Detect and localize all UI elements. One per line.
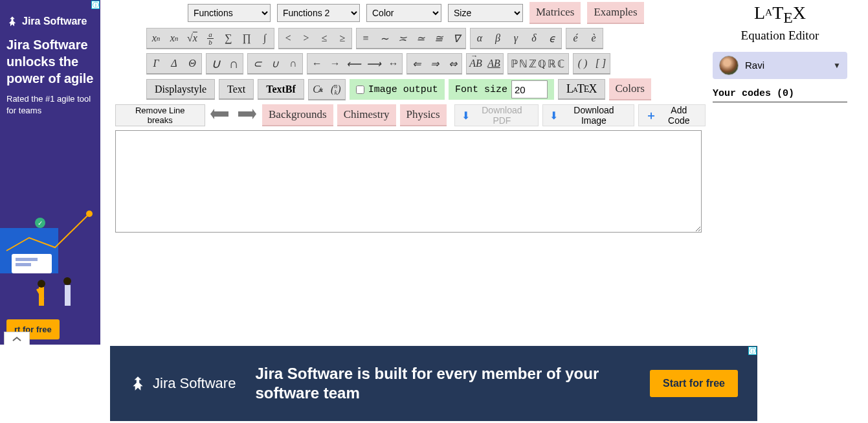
svg-point-11	[63, 277, 71, 285]
sym-cong[interactable]: ≅	[429, 29, 447, 48]
avatar	[719, 56, 739, 75]
sym-sim[interactable]: ∼	[375, 29, 393, 48]
font-size-chip: Font size	[449, 79, 554, 100]
sym-x-sub-n[interactable]: xn	[165, 29, 183, 48]
symbol-row-1: xn xn √x ab ∑ ∏ ∫ < > ≤ ≥ ≡ ∼ ≍ ≃ ≅ ∇ α …	[115, 28, 706, 49]
download-pdf-button[interactable]: ⬇Download PDF	[454, 104, 539, 126]
sym-lrarrow[interactable]: ↔	[384, 54, 402, 73]
sym-gamma[interactable]: γ	[507, 29, 525, 48]
sym-cap[interactable]: ∩	[284, 54, 302, 73]
sym-beta[interactable]: β	[489, 29, 507, 48]
sym-lt[interactable]: <	[279, 29, 297, 48]
bottom-ad[interactable]: ⓘ Jira Software Jira Software is built f…	[110, 346, 757, 421]
sym-cup[interactable]: ∪	[266, 54, 284, 73]
latex-code-textarea[interactable]	[115, 130, 702, 233]
user-menu[interactable]: Ravi ▼	[713, 52, 847, 79]
sym-Theta[interactable]: Θ	[183, 54, 201, 73]
sym-int[interactable]: ∫	[256, 29, 274, 48]
brand-subtitle: Equation Editor	[713, 29, 847, 43]
sym-subset[interactable]: ⊂	[248, 54, 266, 73]
remove-linebreaks-button[interactable]: Remove Line breaks	[115, 104, 205, 126]
sym-longrarr[interactable]: ⟶	[364, 54, 384, 73]
select-functions[interactable]: Functions	[188, 4, 271, 22]
symgroup-greek-upper: Γ Δ Θ	[146, 53, 202, 74]
ad-side-logo: Jira Software	[0, 0, 100, 36]
textbf-button[interactable]: TextBf	[258, 79, 304, 100]
sym-alpha[interactable]: α	[471, 29, 489, 48]
user-name: Ravi	[745, 60, 827, 71]
sym-bb-sets[interactable]: ℙℕℤℚℝℂ	[508, 54, 568, 73]
sym-prod[interactable]: ∏	[238, 29, 256, 48]
symgroup-delims: ( ) [ ]	[573, 53, 610, 74]
sym-Gamma[interactable]: Γ	[147, 54, 165, 73]
sym-delta[interactable]: δ	[525, 29, 543, 48]
image-output-checkbox[interactable]	[356, 86, 364, 94]
sym-bigcap[interactable]: ∩	[225, 54, 243, 73]
symgroup-combinatorics: Ckn (nk)	[308, 79, 346, 100]
sym-bigcup[interactable]: ∪	[206, 54, 225, 73]
sym-binom[interactable]: (nk)	[327, 80, 345, 99]
sym-simeq[interactable]: ≃	[411, 29, 429, 48]
sym-Larr[interactable]: ⇐	[407, 54, 425, 73]
sym-sum[interactable]: ∑	[219, 29, 238, 48]
symgroup-double-arrows: ⇐ ⇒ ⇔	[406, 53, 462, 74]
add-code-button[interactable]: ＋Add Code	[638, 104, 706, 126]
svg-point-6	[86, 211, 93, 217]
sym-frac[interactable]: ab	[201, 29, 219, 48]
sym-nabla[interactable]: ∇	[447, 29, 465, 48]
sym-grave[interactable]: è	[584, 29, 603, 48]
sym-rarr[interactable]: →	[326, 54, 344, 73]
sym-asymp[interactable]: ≍	[393, 29, 411, 48]
select-color[interactable]: Color	[366, 4, 441, 22]
sym-vec-ab[interactable]: AB	[467, 54, 485, 73]
sym-underline-ab[interactable]: AB	[485, 54, 503, 73]
editor-main: Functions Functions 2 Color Size Matrice…	[115, 2, 706, 234]
download-image-button[interactable]: ⬇Download Image	[542, 104, 634, 126]
examples-button[interactable]: Examples	[587, 2, 643, 24]
ad-info-icon[interactable]: ⓘ	[748, 347, 757, 355]
symgroup-accents: é è	[566, 28, 603, 49]
sym-LRarr[interactable]: ⇔	[443, 54, 462, 73]
redo-arrow-icon[interactable]	[236, 107, 258, 124]
sym-ge[interactable]: ≥	[333, 29, 351, 48]
backgrounds-button[interactable]: Backgrounds	[262, 104, 333, 126]
sidebar-ad[interactable]: ⓘ Jira Software Jira Software unlocks th…	[0, 0, 100, 345]
right-column: LATEX Equation Editor Ravi ▼ Your codes …	[713, 4, 847, 102]
matrices-button[interactable]: Matrices	[529, 2, 581, 24]
font-size-input[interactable]	[511, 80, 548, 98]
svg-rect-3	[16, 263, 31, 266]
image-output-toggle[interactable]: Image output	[350, 79, 445, 100]
select-functions2[interactable]: Functions 2	[277, 4, 360, 22]
sym-equiv[interactable]: ≡	[357, 29, 375, 48]
sym-sqrt[interactable]: √x	[183, 29, 201, 48]
sym-acute[interactable]: é	[566, 29, 584, 48]
sym-parens[interactable]: ( )	[573, 54, 592, 73]
ad-bottom-logo: Jira Software	[129, 375, 236, 392]
ad-bottom-cta[interactable]: Start for free	[650, 370, 738, 397]
sym-epsilon[interactable]: ϵ	[543, 29, 561, 48]
latex-insert-button[interactable]: LATEX	[558, 79, 605, 100]
options-row: Displaystyle Text TextBf Ckn (nk) Image …	[115, 78, 706, 100]
chemistry-button[interactable]: Chimestry	[337, 104, 396, 126]
colors-button[interactable]: Colors	[609, 78, 651, 100]
symgroup-greek-lower: α β γ δ ϵ	[470, 28, 562, 49]
physics-button[interactable]: Physics	[400, 104, 447, 126]
ad-info-icon[interactable]: ⓘ	[91, 1, 100, 9]
sym-gt[interactable]: >	[297, 29, 315, 48]
symgroup-blackboard: ℙℕℤℚℝℂ	[507, 53, 569, 74]
select-size[interactable]: Size	[448, 4, 523, 22]
sym-longlarr[interactable]: ⟵	[344, 54, 364, 73]
undo-arrow-icon[interactable]	[209, 107, 232, 124]
sym-cnk[interactable]: Ckn	[309, 80, 327, 99]
symgroup-set: ⊂ ∪ ∩	[247, 53, 303, 74]
sym-x-sup-n[interactable]: xn	[147, 29, 165, 48]
sym-Rarr[interactable]: ⇒	[425, 54, 443, 73]
svg-text:✓: ✓	[38, 220, 43, 227]
displaystyle-button[interactable]: Displaystyle	[146, 79, 215, 100]
text-button[interactable]: Text	[219, 79, 254, 100]
ad-collapse-chevron[interactable]	[4, 332, 30, 345]
sym-larr[interactable]: ←	[307, 54, 326, 73]
sym-Delta[interactable]: Δ	[165, 54, 183, 73]
sym-brackets[interactable]: [ ]	[592, 54, 610, 73]
sym-le[interactable]: ≤	[315, 29, 333, 48]
